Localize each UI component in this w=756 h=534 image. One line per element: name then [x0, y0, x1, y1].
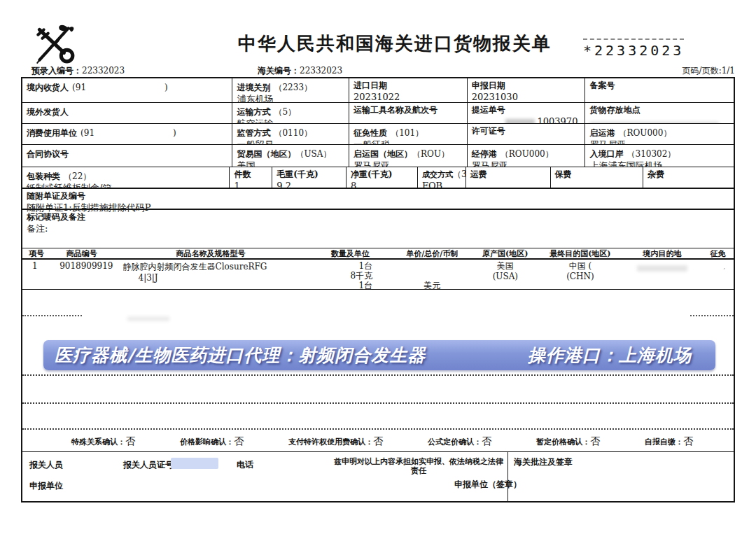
field-gross-weight: 毛重(千克) 9.2: [272, 167, 346, 188]
field-value: 罗马尼亚: [472, 160, 581, 167]
field-code: (91: [72, 83, 86, 92]
field-label: 保费: [555, 169, 639, 181]
field-label: 成交方式: [422, 170, 453, 179]
pre-entry-number: 预录入编号：22332023: [31, 65, 125, 77]
field-code: （ROU）: [412, 149, 449, 159]
goods-header-levy-exempt: 征免: [702, 248, 734, 259]
field-label: 经停港: [472, 149, 497, 159]
declare-unit-label: 申报单位: [29, 480, 63, 492]
field-value: 备注:: [27, 223, 729, 234]
field-value: 一般征税: [354, 139, 463, 144]
field-label: 监管方式: [237, 128, 270, 138]
agency-watermark-banner: 医疗器械/生物医药进口代理：射频闭合发生器 操作港口：上海机场: [43, 340, 715, 370]
field-label: 运输工具名称及航次号: [354, 104, 463, 116]
field-code-close: ): [164, 83, 168, 92]
field-transport-name: 运输工具名称及航次号: [349, 103, 467, 123]
goods-header-item-no: 项号: [22, 248, 50, 259]
field-code: （3）: [453, 169, 465, 179]
confirm-label: 暂定价格确认：: [536, 437, 590, 447]
goods-origin-name: 美国: [472, 261, 539, 272]
field-declare-date: 申报日期 20231030: [467, 78, 585, 102]
goods-name-line2: 4|3|J: [123, 273, 309, 283]
field-license-number: 许可证号: [467, 124, 585, 144]
confirm-value: 否: [373, 435, 383, 447]
redaction-blur: [127, 316, 169, 321]
field-net-weight: 净重(千克) 8: [346, 167, 417, 188]
goods-table-row: 1 9018909919 静脉腔内射频闭合发生器ClosureRFG 4|3|J…: [22, 260, 734, 290]
confirm-special-relation: 特殊关系确认：否: [71, 434, 135, 448]
blank-section: 医疗器械/生物医药进口代理：射频闭合发生器 操作港口：上海机场: [22, 290, 734, 430]
field-value: 浦东机场: [237, 94, 344, 102]
goods-header-domestic-destination: 境内目的地: [622, 248, 703, 259]
phone-label: 电话: [237, 459, 253, 471]
goods-item-no: 1: [22, 261, 50, 289]
field-label: 许可证号: [472, 125, 581, 137]
field-label: 随附单证及编号: [27, 190, 729, 202]
confirm-label: 价格影响确认：: [180, 437, 234, 447]
goods-hs-code: 9018909919: [50, 261, 113, 289]
field-code: （2233）: [274, 83, 312, 92]
cert-number-redaction: [171, 458, 218, 469]
customs-number: 海关编号：22332023: [258, 65, 342, 77]
field-transit-port: 经停港 （ROU000） 罗马尼亚: [467, 145, 585, 167]
declaration-table: 境内收货人 (91) 进境关别 （2233） 浦东机场 进口日期 2023102…: [21, 77, 735, 503]
field-transport-mode: 运输方式 （5） 航空运输: [232, 103, 349, 123]
field-storage-place: 货物存放地点: [584, 103, 734, 123]
field-code: （5）: [274, 107, 296, 117]
goods-qty1: 1台: [308, 261, 372, 271]
confirm-label: 自报自缴：: [645, 437, 683, 447]
goods-currency: 美元: [392, 281, 472, 290]
watermark-port-text: 操作港口：上海机场: [528, 344, 692, 367]
goods-table-header: 项号 商品编号 商品名称及规格型号 数量及单位 单价/总价/币制 原产国(地区)…: [22, 248, 734, 260]
page-title: 中华人民共和国海关进口货物报关单: [238, 31, 552, 56]
field-label: 包装种类: [27, 171, 60, 181]
goods-qty-unit: 1台 8千克 1台: [308, 261, 392, 289]
legal-statement: 兹申明对以上内容承担如实申报、依法纳税之法律责任: [330, 457, 507, 475]
field-label: 消费使用单位: [27, 128, 77, 138]
redaction-blur: [505, 119, 535, 124]
customs-number-label: 海关编号：: [258, 66, 300, 76]
dotted-separator-right: [690, 315, 734, 316]
confirm-value: 否: [234, 435, 244, 447]
watermark-service-text: 医疗器械/生物医药进口代理：射频闭合发生器: [55, 344, 426, 367]
form-row-2: 境外发货人 运输方式 （5） 航空运输 运输工具名称及航次号 提运单号 1003…: [22, 103, 734, 124]
field-label: 运费: [470, 169, 546, 181]
field-departure-country: 启运国（地区）（ROU） 罗马尼亚: [349, 145, 467, 167]
goods-price-currency: 美元: [392, 261, 472, 289]
declarant-block: 报关人员 报关人员证号 电话 兹申明对以上内容承担如实申报、依法纳税之法律责任 …: [22, 452, 507, 501]
form-row-1: 境内收货人 (91) 进境关别 （2233） 浦东机场 进口日期 2023102…: [22, 78, 734, 103]
goods-levy-exempt: ,: [702, 261, 734, 289]
field-consumption-unit: 消费使用单位 (91): [22, 124, 232, 144]
field-label: 件数: [234, 169, 267, 181]
declarant-cert-label: 报关人员证号: [123, 459, 174, 471]
confirm-provisional-price: 暂定价格确认：否: [536, 434, 600, 448]
field-value: 8: [351, 181, 413, 188]
field-value: 纸制或纤维板制盒/箱: [27, 183, 225, 188]
field-code: (91: [80, 128, 94, 138]
field-label: 贸易国（地区）: [237, 149, 295, 159]
field-overseas-consignor: 境外发货人: [22, 103, 232, 123]
field-value: 一般贸易: [237, 139, 344, 144]
goods-header-destination-country: 最终目的国(地区): [538, 248, 622, 259]
field-departure-port: 启运港 （ROU000） 罗马尼亚: [584, 124, 734, 144]
confirm-label: 公式定价确认：: [428, 437, 482, 447]
field-label: 标记唛码及备注: [27, 211, 729, 223]
field-marks-remarks: 标记唛码及备注 备注:: [22, 210, 734, 248]
form-row-4: 合同协议号 贸易国（地区）（USA） 美国 启运国（地区）（ROU） 罗马尼亚 …: [22, 145, 734, 167]
field-label: 境内收货人: [27, 83, 69, 92]
field-supervision-mode: 监管方式 （0110） 一般贸易: [232, 124, 349, 144]
field-code: （101）: [391, 128, 424, 138]
customs-endorsement-block: 海关批注及签章: [507, 452, 734, 501]
goods-domestic-destination: [622, 261, 703, 289]
goods-qty3: 1台: [308, 281, 372, 290]
field-code-close: ): [173, 128, 176, 138]
field-package-count: 件数 1: [229, 167, 272, 188]
pre-entry-value: 22332023: [82, 66, 125, 76]
field-value: FOB: [422, 181, 461, 188]
field-label: 杂费: [648, 169, 729, 181]
customs-number-value: 22332023: [300, 66, 342, 76]
field-import-date: 进口日期 20231022: [349, 78, 467, 102]
field-code: （0110）: [274, 128, 312, 138]
field-value: 1003970: [538, 116, 578, 123]
goods-name-spec: 静脉腔内射频闭合发生器ClosureRFG 4|3|J: [113, 261, 309, 289]
